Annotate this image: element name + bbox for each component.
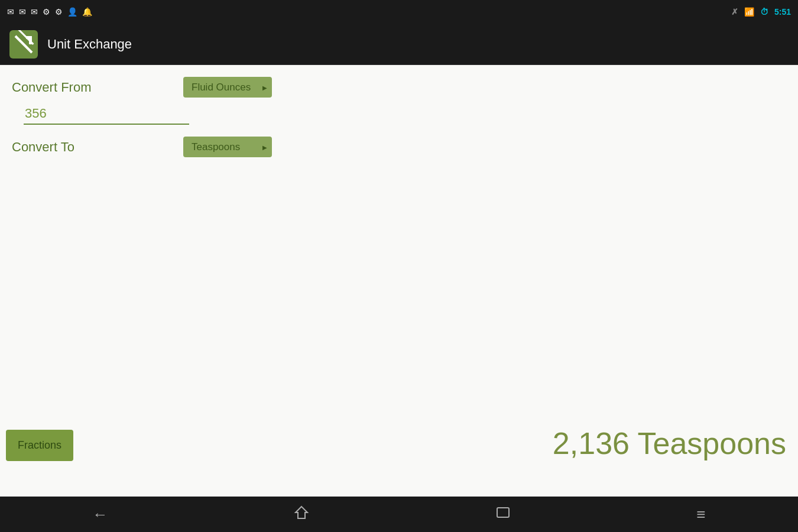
convert-from-label: Convert From [12, 80, 183, 95]
mail-icon-2: ✉ [19, 7, 26, 17]
convert-from-dropdown-wrapper[interactable]: Fluid Ounces Cups Pints Quarts Gallons M… [183, 77, 272, 98]
convert-from-row: Convert From Fluid Ounces Cups Pints Qua… [12, 77, 786, 98]
convert-to-label: Convert To [12, 140, 183, 155]
recents-button[interactable] [495, 504, 511, 525]
svg-marker-4 [296, 507, 307, 518]
status-bar: ✉ ✉ ✉ ⚙ ⚙ 👤 🔔 ✗ 📶 ⏱ 5:51 [0, 0, 798, 24]
notification-icon: 🔔 [82, 7, 92, 17]
convert-from-dropdown[interactable]: Fluid Ounces Cups Pints Quarts Gallons M… [183, 77, 272, 98]
wifi-icon: 📶 [744, 7, 754, 17]
main-content: Convert From Fluid Ounces Cups Pints Qua… [0, 65, 798, 497]
app-title: Unit Exchange [47, 37, 132, 52]
clock-icon: ⏱ [760, 7, 768, 17]
app-bar: Unit Exchange [0, 24, 798, 65]
app-icon [9, 30, 38, 59]
mail-icon-3: ✉ [31, 7, 38, 17]
menu-button[interactable]: ≡ [696, 505, 705, 524]
convert-to-dropdown-wrapper[interactable]: Teaspoons Tablespoons Fluid Ounces Cups … [183, 137, 272, 157]
fractions-button[interactable]: Fractions [6, 430, 73, 461]
convert-to-dropdown[interactable]: Teaspoons Tablespoons Fluid Ounces Cups … [183, 137, 272, 157]
signal-off-icon: ✗ [731, 7, 738, 17]
nav-bar: ← ≡ [0, 497, 798, 532]
result-display: 2,136 Teaspoons [553, 426, 786, 461]
back-button[interactable]: ← [93, 505, 108, 524]
person-icon: 👤 [67, 7, 77, 17]
svg-rect-5 [497, 508, 509, 517]
home-button[interactable] [293, 504, 310, 525]
mail-icon-1: ✉ [7, 7, 14, 17]
input-row [12, 103, 786, 125]
time-display: 5:51 [774, 7, 791, 17]
result-text: 2,136 Teaspoons [553, 426, 786, 460]
settings-icon-1: ⚙ [43, 7, 50, 17]
value-input[interactable] [24, 103, 189, 125]
status-right: ✗ 📶 ⏱ 5:51 [731, 7, 791, 17]
svg-rect-3 [29, 36, 32, 44]
status-icons-left: ✉ ✉ ✉ ⚙ ⚙ 👤 🔔 [7, 7, 92, 17]
convert-to-row: Convert To Teaspoons Tablespoons Fluid O… [12, 137, 786, 157]
settings-icon-2: ⚙ [55, 7, 63, 17]
